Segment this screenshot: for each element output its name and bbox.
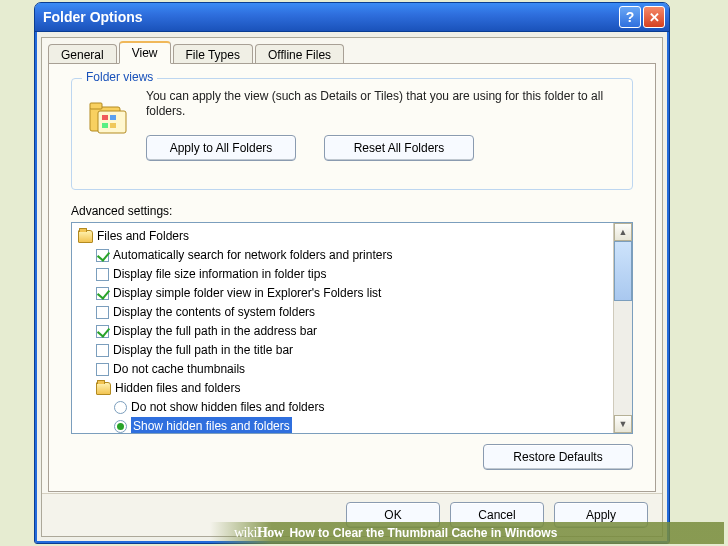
tree-item[interactable]: Display simple folder view in Explorer's… [78, 284, 613, 303]
checkbox-icon[interactable] [96, 344, 109, 357]
folder-views-icon [86, 97, 130, 137]
checkbox-icon[interactable] [96, 325, 109, 338]
radio-icon[interactable] [114, 401, 127, 414]
apply-button[interactable]: Apply [554, 502, 648, 528]
help-button[interactable]: ? [619, 6, 641, 28]
tab-file-types[interactable]: File Types [173, 44, 253, 65]
tab-offline-files[interactable]: Offline Files [255, 44, 344, 65]
tree-item[interactable]: Display file size information in folder … [78, 265, 613, 284]
tree-radio-item-selected[interactable]: Show hidden files and folders [78, 417, 613, 433]
tab-body-view: Folder views You can apply the view (suc… [48, 63, 656, 492]
tab-strip: General View File Types Offline Files [48, 40, 656, 64]
folder-icon [96, 382, 111, 395]
dialog-button-bar: OK Cancel Apply [42, 493, 662, 536]
scroll-thumb[interactable] [614, 241, 632, 301]
folder-views-legend: Folder views [82, 70, 157, 84]
vertical-scrollbar[interactable]: ▲ ▼ [613, 223, 632, 433]
tree-group-hidden[interactable]: Hidden files and folders [78, 379, 613, 398]
svg-rect-4 [110, 115, 116, 120]
tree-root[interactable]: Files and Folders [78, 227, 613, 246]
tree-content: Files and Folders Automatically search f… [72, 223, 613, 433]
scroll-up-button[interactable]: ▲ [614, 223, 632, 241]
tree-item[interactable]: Display the full path in the title bar [78, 341, 613, 360]
tree-radio-item[interactable]: Do not show hidden files and folders [78, 398, 613, 417]
folder-options-dialog: Folder Options ? ✕ General View File Typ… [34, 2, 670, 544]
checkbox-icon[interactable] [96, 306, 109, 319]
scroll-down-button[interactable]: ▼ [614, 415, 632, 433]
svg-rect-3 [102, 115, 108, 120]
folder-views-group: Folder views You can apply the view (suc… [71, 78, 633, 190]
svg-rect-5 [102, 123, 108, 128]
advanced-settings-tree[interactable]: Files and Folders Automatically search f… [71, 222, 633, 434]
svg-rect-6 [110, 123, 116, 128]
tab-general[interactable]: General [48, 44, 117, 65]
tree-item[interactable]: Display the contents of system folders [78, 303, 613, 322]
checkbox-icon[interactable] [96, 268, 109, 281]
tab-view[interactable]: View [119, 41, 171, 64]
apply-to-all-folders-button[interactable]: Apply to All Folders [146, 135, 296, 161]
tree-item[interactable]: Display the full path in the address bar [78, 322, 613, 341]
titlebar[interactable]: Folder Options ? ✕ [35, 3, 669, 32]
cancel-button[interactable]: Cancel [450, 502, 544, 528]
ok-button[interactable]: OK [346, 502, 440, 528]
folder-icon [78, 230, 93, 243]
checkbox-icon[interactable] [96, 287, 109, 300]
window-title: Folder Options [43, 9, 617, 25]
svg-rect-2 [98, 111, 126, 133]
tree-item[interactable]: Automatically search for network folders… [78, 246, 613, 265]
radio-icon[interactable] [114, 420, 127, 433]
checkbox-icon[interactable] [96, 249, 109, 262]
advanced-settings-label: Advanced settings: [71, 204, 172, 218]
svg-rect-1 [90, 103, 102, 109]
restore-defaults-button[interactable]: Restore Defaults [483, 444, 633, 470]
client-area: General View File Types Offline Files Fo… [41, 37, 663, 537]
tree-root-label: Files and Folders [97, 227, 189, 246]
reset-all-folders-button[interactable]: Reset All Folders [324, 135, 474, 161]
folder-views-text: You can apply the view (such as Details … [146, 89, 618, 119]
tree-item[interactable]: Do not cache thumbnails [78, 360, 613, 379]
checkbox-icon[interactable] [96, 363, 109, 376]
close-button[interactable]: ✕ [643, 6, 665, 28]
